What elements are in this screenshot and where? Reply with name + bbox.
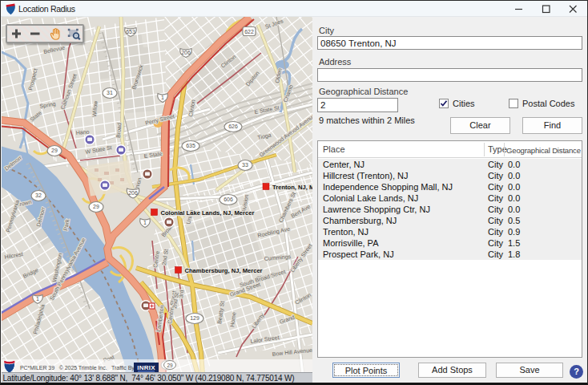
svg-text:Beatty St: Beatty St — [216, 301, 226, 324]
svg-text:Pennsylvania: Pennsylvania — [5, 199, 21, 233]
svg-text:635: 635 — [186, 143, 195, 148]
svg-text:Perry Street: Perry Street — [144, 113, 175, 127]
svg-text:606: 606 — [224, 197, 233, 202]
svg-text:Lamberton: Lamberton — [155, 305, 165, 332]
svg-text:Olden: Olden — [274, 67, 283, 83]
svg-text:Trenton, NJ, Merc: Trenton, NJ, Merc — [272, 184, 312, 191]
svg-text:Dipiton: Dipiton — [244, 70, 260, 87]
svg-text:State: State — [29, 110, 42, 123]
svg-text:Park: Park — [62, 218, 70, 231]
svg-text:Clinton: Clinton — [187, 99, 196, 117]
svg-text:Chamb: Chamb — [282, 84, 293, 103]
svg-text:626: 626 — [228, 124, 238, 129]
svg-text:32: 32 — [35, 192, 42, 198]
svg-text:Liberty: Liberty — [251, 312, 266, 330]
svg-text:Home: Home — [229, 312, 237, 328]
svg-text:206: 206 — [128, 190, 138, 196]
svg-text:622: 622 — [244, 29, 254, 34]
svg-text:Calhoun Street: Calhoun Street — [59, 73, 78, 110]
svg-text:Bow Hill Avenue: Bow Hill Avenue — [272, 347, 312, 357]
svg-text:Clinton: Clinton — [219, 54, 237, 69]
svg-text:INRIX: INRIX — [137, 364, 155, 371]
svg-text:33: 33 — [242, 162, 248, 168]
svg-text:Roebling Ave: Roebling Ave — [256, 226, 290, 239]
svg-text:1: 1 — [36, 296, 39, 302]
svg-text:Delmorr: Delmorr — [3, 155, 22, 172]
svg-text:29: 29 — [167, 363, 173, 368]
svg-text:Colonial Lake Lands, NJ, Merce: Colonial Lake Lands, NJ, Mercer — [160, 209, 254, 217]
svg-text:PC*MILER 39 © 2025 Trimble I: PC*MILER 39 © 2025 Trimble Inc. Traffic … — [20, 365, 135, 371]
svg-text:31: 31 — [107, 90, 113, 95]
svg-text:Delmorr: Delmorr — [35, 206, 46, 227]
svg-text:Cummings: Cummings — [264, 253, 292, 262]
svg-text:Willow: Willow — [91, 99, 99, 117]
svg-text:2nd St: 2nd St — [171, 292, 179, 309]
svg-text:206: 206 — [181, 50, 191, 55]
svg-text:Spring: Spring — [38, 101, 55, 110]
svg-text:Tioga: Tioga — [256, 132, 272, 141]
svg-text:Centre: Centre — [152, 250, 160, 268]
svg-text:Clinton: Clinton — [294, 292, 312, 306]
svg-text:Hilcrest: Hilcrest — [3, 251, 22, 260]
svg-text:W State St: W State St — [84, 144, 111, 155]
svg-text:2nd St: 2nd St — [161, 249, 169, 265]
svg-text:Grand: Grand — [278, 314, 295, 325]
svg-text:Chambersburg, NJ, Mercer: Chambersburg, NJ, Mercer — [184, 267, 262, 274]
svg-text:St Joes: St Joes — [264, 18, 284, 30]
svg-text:Philadelphia: Philadelphia — [32, 304, 46, 335]
svg-text:Prospect: Prospect — [27, 68, 38, 91]
svg-text:Lalor Street: Lalor Street — [250, 334, 280, 344]
svg-text:1: 1 — [143, 220, 147, 225]
svg-text:Liberty Street: Liberty Street — [289, 242, 312, 274]
svg-text:129: 129 — [190, 315, 199, 321]
svg-text:Chambers St: Chambers St — [277, 191, 296, 223]
svg-text:1: 1 — [161, 95, 164, 100]
svg-text:Bellevue: Bellevue — [42, 45, 65, 55]
svg-text:653: 653 — [126, 29, 135, 34]
svg-text:E State St: E State St — [253, 105, 279, 115]
svg-text:Broad: Broad — [115, 123, 122, 138]
svg-text:Bridge: Bridge — [22, 267, 39, 280]
svg-text:Brunswick: Brunswick — [131, 63, 144, 90]
svg-text:E State: E State — [143, 151, 163, 159]
svg-text:Bert Ave: Bert Ave — [290, 204, 311, 219]
svg-text:29: 29 — [93, 204, 99, 209]
svg-text:29: 29 — [51, 148, 58, 153]
